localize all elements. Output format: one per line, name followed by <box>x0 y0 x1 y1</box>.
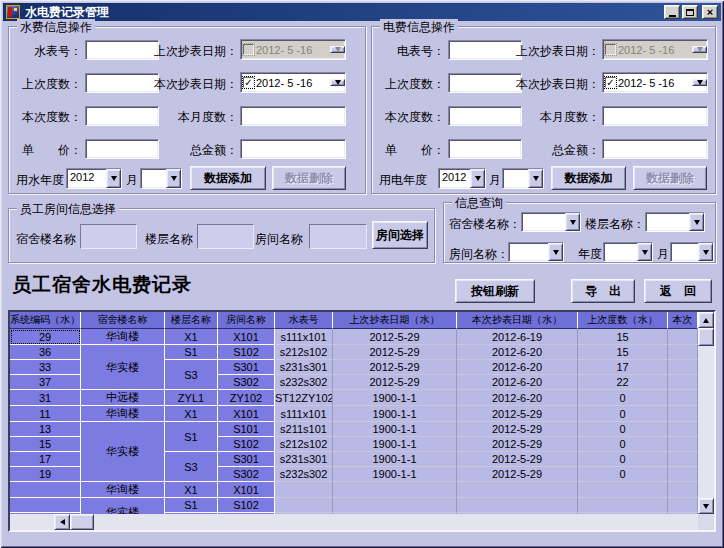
table-cell[interactable]: 2012-6-19 <box>457 329 578 345</box>
water-month-combo[interactable] <box>140 168 182 189</box>
query-building-combo-arrow[interactable] <box>565 213 580 231</box>
table-cell[interactable] <box>275 482 333 498</box>
table-cell[interactable] <box>668 375 698 390</box>
table-cell[interactable] <box>333 482 457 498</box>
table-cell[interactable]: 33 <box>10 360 81 375</box>
table-cell[interactable]: 15 <box>578 345 668 360</box>
table-cell[interactable] <box>457 482 578 498</box>
table-cell[interactable]: 1900-1-1 <box>333 437 457 452</box>
query-month-combo-arrow[interactable] <box>698 243 713 261</box>
table-cell[interactable]: s231s301 <box>275 452 333 467</box>
water-year-combo[interactable]: 2012 <box>66 168 122 189</box>
table-cell[interactable] <box>668 467 698 482</box>
table-cell[interactable] <box>668 406 698 422</box>
table-cell[interactable]: S1 <box>165 422 218 452</box>
table-cell[interactable]: S301 <box>218 360 275 375</box>
table-cell[interactable]: S102 <box>218 345 275 360</box>
table-cell[interactable]: ZYL1 <box>165 390 218 406</box>
table-cell[interactable]: S102 <box>218 498 275 513</box>
table-cell[interactable]: 华实楼 <box>81 498 165 514</box>
table-cell[interactable] <box>668 360 698 375</box>
table-cell[interactable] <box>578 498 668 513</box>
return-button[interactable]: 返 回 <box>644 279 712 303</box>
table-cell[interactable]: 36 <box>10 345 81 360</box>
table-cell[interactable]: 2012-5-29 <box>333 329 457 345</box>
table-cell[interactable] <box>668 390 698 406</box>
table-cell[interactable] <box>457 498 578 513</box>
electric-curr-date-checkbox[interactable]: ✓ <box>605 77 616 88</box>
table-cell[interactable] <box>333 498 457 513</box>
table-cell[interactable]: 2012-5-29 <box>457 437 578 452</box>
table-cell[interactable]: S302 <box>218 467 275 482</box>
table-cell[interactable]: 0 <box>578 422 668 437</box>
table-cell[interactable]: ST12ZY102 <box>275 390 333 406</box>
vertical-scrollbar[interactable] <box>698 312 714 514</box>
table-cell[interactable]: 2012-5-29 <box>333 375 457 390</box>
query-building-combo[interactable] <box>521 212 581 232</box>
column-header[interactable]: 系统编码（水） <box>10 312 81 329</box>
table-cell[interactable]: 31 <box>10 390 81 406</box>
table-cell[interactable]: S102 <box>218 437 275 452</box>
table-cell[interactable]: 19 <box>10 467 81 482</box>
table-cell[interactable]: X101 <box>218 329 275 345</box>
table-cell[interactable]: 2012-5-29 <box>333 345 457 360</box>
table-cell[interactable]: s232s302 <box>275 467 333 482</box>
column-header[interactable]: 水表号 <box>275 312 333 329</box>
table-cell[interactable]: 37 <box>10 375 81 390</box>
water-curr-date-checkbox[interactable]: ✓ <box>243 77 254 88</box>
table-cell[interactable]: X1 <box>165 482 218 498</box>
table-cell[interactable] <box>668 345 698 360</box>
column-header[interactable]: 房间名称 <box>218 312 275 329</box>
column-header[interactable]: 本次 <box>668 312 698 329</box>
export-button[interactable]: 导 出 <box>571 279 635 303</box>
table-cell[interactable] <box>10 498 81 513</box>
water-total-input[interactable] <box>240 139 346 159</box>
table-cell[interactable]: 2012-5-29 <box>457 452 578 467</box>
minimize-button[interactable] <box>664 5 680 19</box>
table-cell[interactable]: 1900-1-1 <box>333 390 457 406</box>
table-cell[interactable]: X1 <box>165 329 218 345</box>
table-cell[interactable]: 0 <box>578 452 668 467</box>
column-header[interactable]: 本次抄表日期（水） <box>457 312 578 329</box>
table-cell[interactable]: 2012-5-29 <box>457 467 578 482</box>
table-cell[interactable]: 0 <box>578 390 668 406</box>
water-month-reading-input[interactable] <box>240 106 346 126</box>
table-cell[interactable] <box>668 498 698 513</box>
table-cell[interactable]: 2012-6-20 <box>457 360 578 375</box>
scroll-left-button[interactable] <box>54 514 70 530</box>
table-cell[interactable]: 1900-1-1 <box>333 422 457 437</box>
table-cell[interactable]: X101 <box>218 482 275 498</box>
maximize-button[interactable] <box>682 5 698 19</box>
query-room-combo-arrow[interactable] <box>548 243 563 261</box>
table-cell[interactable]: 华询楼 <box>81 482 165 498</box>
query-floor-combo-arrow[interactable] <box>689 213 704 231</box>
electric-year-combo-arrow[interactable] <box>470 169 485 188</box>
scroll-down-button[interactable] <box>698 498 714 514</box>
table-cell[interactable] <box>668 452 698 467</box>
query-year-combo[interactable] <box>603 242 653 262</box>
column-header[interactable]: 楼层名称 <box>165 312 218 329</box>
table-cell[interactable]: S1 <box>165 345 218 360</box>
table-cell[interactable]: 29 <box>10 329 81 345</box>
water-curr-date-picker[interactable]: ✓ 2012- 5 -16 <box>240 72 346 93</box>
query-floor-combo[interactable] <box>645 212 705 232</box>
electric-month-combo[interactable] <box>502 168 544 189</box>
table-cell[interactable]: s231s301 <box>275 360 333 375</box>
scroll-up-button[interactable] <box>698 312 714 328</box>
table-cell[interactable]: 2012-5-29 <box>457 406 578 422</box>
table-cell[interactable]: S3 <box>165 360 218 390</box>
table-cell[interactable]: 2012-6-20 <box>457 345 578 360</box>
table-cell[interactable] <box>275 498 333 513</box>
table-cell[interactable]: s212s102 <box>275 437 333 452</box>
query-year-combo-arrow[interactable] <box>637 243 652 261</box>
electric-add-button[interactable]: 数据添加 <box>551 166 626 190</box>
query-room-combo[interactable] <box>508 242 564 262</box>
table-cell[interactable]: 1900-1-1 <box>333 467 457 482</box>
table-cell[interactable] <box>668 422 698 437</box>
water-month-combo-arrow[interactable] <box>166 169 181 188</box>
table-cell[interactable] <box>578 482 668 498</box>
table-cell[interactable]: 11 <box>10 406 81 422</box>
table-cell[interactable]: 0 <box>578 406 668 422</box>
table-cell[interactable] <box>668 437 698 452</box>
close-button[interactable]: × <box>702 5 718 19</box>
